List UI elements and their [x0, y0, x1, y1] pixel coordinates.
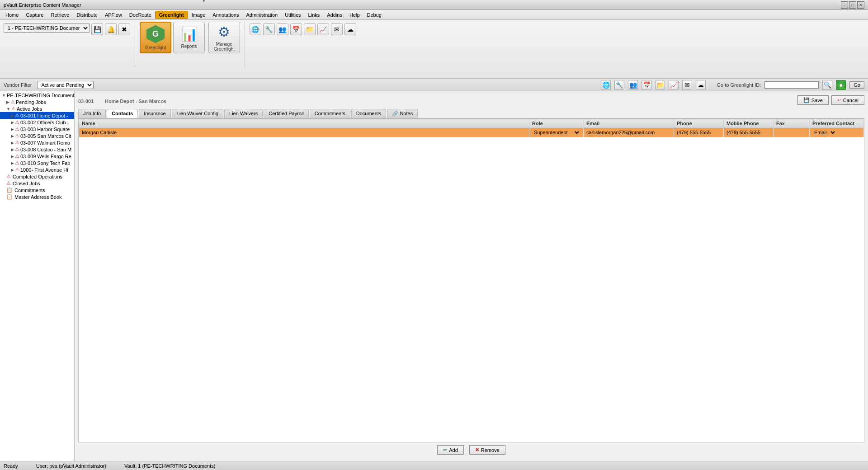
tab-bar: Job Info Contacts Insurance Lien Waiver … — [78, 109, 864, 118]
goto-button[interactable]: Go — [849, 81, 864, 89]
nav-icon-3[interactable]: 👥 — [628, 80, 638, 90]
greenlight-toolbar-button[interactable]: G Greenlight — [140, 22, 171, 53]
tab-insurance[interactable]: Insurance — [139, 109, 170, 118]
col-email: Email — [584, 119, 674, 128]
globe-btn[interactable]: 🌐 — [250, 24, 261, 35]
nav-icon-5[interactable]: 📁 — [655, 80, 665, 90]
minimize-button[interactable]: − — [841, 1, 848, 9]
contact-preferred[interactable]: Email Email Phone Mobile Fax — [810, 128, 864, 137]
save-toolbar-btn[interactable]: 💾 — [91, 24, 103, 35]
contact-mobile: (479) 555-5555 — [724, 128, 774, 137]
greenlight-btn-label: Greenlight — [145, 45, 166, 50]
menu-docroute[interactable]: DocRoute — [126, 11, 155, 19]
cancel-button[interactable]: ↩ Cancel — [831, 95, 864, 105]
sidebar-pending-label: Pending Jobs — [16, 99, 46, 105]
sidebar-item-03008[interactable]: ▶ ⚠ 03-008 Costco - San M — [0, 146, 74, 153]
sidebar-closed-label: Closed Jobs — [13, 181, 40, 186]
sidebar-item-03007[interactable]: ▶ ⚠ 03-007 Walmart Remo — [0, 139, 74, 146]
remove-button[interactable]: ✖ Remove — [469, 445, 505, 455]
goto-section: 🌐 🔧 👥 📅 📁 📈 ✉ ☁ Go to Greenlight ID: 🔍 ●… — [601, 80, 864, 90]
menu-addins[interactable]: Addins — [323, 11, 346, 19]
menu-help[interactable]: Help — [346, 11, 363, 19]
sidebar-item-master-address[interactable]: 📋 Master Address Book — [0, 193, 74, 200]
close-button[interactable]: ✕ — [857, 1, 864, 9]
reports-toolbar-button[interactable]: 📊 Reports — [173, 22, 205, 53]
nav-icon-6[interactable]: 📈 — [669, 80, 679, 90]
refresh-btn[interactable]: 🔧 — [263, 24, 275, 35]
sidebar-item-03009[interactable]: ▶ ⚠ 03-009 Wells Fargo Re — [0, 153, 74, 160]
menu-greenlight[interactable]: Greenlight — [155, 11, 188, 19]
menu-utilities[interactable]: Utilities — [281, 11, 304, 19]
tab-contacts[interactable]: Contacts — [107, 109, 138, 118]
sidebar-root[interactable]: ▼ PE-TECHWRITING Documents — [0, 92, 74, 99]
add-button[interactable]: ✏ Add — [437, 445, 464, 455]
03002-expander: ▶ — [11, 120, 14, 125]
menu-distribute[interactable]: Distribute — [73, 11, 101, 19]
menu-capture[interactable]: Capture — [22, 11, 47, 19]
preferred-select[interactable]: Email Phone Mobile Fax — [812, 129, 836, 136]
sidebar-item-03003[interactable]: ▶ ⚠ 03-003 Harbor Square — [0, 126, 74, 132]
menu-bar: Home Capture Retrieve Distribute APFlow … — [0, 10, 868, 20]
document-selector[interactable]: 1 - PE-TECHWRITING Documer — [4, 24, 90, 33]
toolbar: 1 - PE-TECHWRITING Documer 💾 🔔 ✖ G Green… — [0, 20, 868, 79]
menu-annotations[interactable]: Annotations — [209, 11, 242, 19]
03002-icon: ⚠ — [15, 119, 19, 125]
folder-btn[interactable]: 📁 — [304, 24, 316, 35]
nav-icon-8[interactable]: ☁ — [696, 80, 706, 90]
nav-icon-1[interactable]: 🌐 — [601, 80, 611, 90]
col-preferred: Preferred Contact — [810, 119, 864, 128]
goto-search-icon[interactable]: 🔍 — [822, 80, 832, 90]
chart-btn[interactable]: 📈 — [317, 24, 329, 35]
sidebar-item-03010[interactable]: ▶ ⚠ 03-010 Sony Tech Fab — [0, 160, 74, 166]
menu-retrieve[interactable]: Retrieve — [47, 11, 73, 19]
manage-greenlight-toolbar-button[interactable]: ⚙ Manage Greenlight — [208, 22, 240, 53]
tab-commitments[interactable]: Commitments — [310, 109, 350, 118]
save-button[interactable]: 💾 Save — [797, 95, 829, 105]
nav-icon-2[interactable]: 🔧 — [614, 80, 624, 90]
sidebar-item-active-jobs[interactable]: ▼ ⚠ Active Jobs — [0, 105, 74, 112]
goto-green-btn[interactable]: ● — [836, 80, 846, 90]
sidebar-item-completed-ops[interactable]: ⚠ Completed Operations — [0, 173, 74, 180]
03001-expander: ▶ — [11, 113, 14, 118]
sidebar-item-commitments[interactable]: 📋 Commitments — [0, 187, 74, 193]
calendar-btn[interactable]: 📅 — [290, 24, 302, 35]
users-btn[interactable]: 👥 — [277, 24, 288, 35]
sidebar-item-03001[interactable]: ▶ ⚠ 03-001 Home Depot - — [0, 112, 74, 119]
tab-job-info[interactable]: Job Info — [78, 109, 106, 118]
nav-icon-7[interactable]: ✉ — [682, 80, 692, 90]
menu-administration[interactable]: Administration — [242, 11, 281, 19]
contact-role[interactable]: Superintendent — [529, 128, 584, 137]
bell-toolbar-btn[interactable]: 🔔 — [105, 24, 117, 35]
menu-apflow[interactable]: APFlow — [101, 11, 126, 19]
sidebar-completed-label: Completed Operations — [13, 174, 62, 179]
contacts-table: Name Role Email Phone Mobile Phone Fax P… — [79, 119, 864, 137]
sidebar-item-03005[interactable]: ▶ ⚠ 03-005 San Marcos Cit — [0, 132, 74, 139]
tab-certified-payroll[interactable]: Certified Payroll — [264, 109, 309, 118]
content-header: 03-001 Home Depot - San Marcos 💾 Save ↩ … — [78, 95, 864, 105]
nav-icon-4[interactable]: 📅 — [642, 80, 651, 90]
tab-lien-waiver-config[interactable]: Lien Waiver Config — [172, 109, 224, 118]
menu-debug[interactable]: Debug — [363, 11, 385, 19]
role-select[interactable]: Superintendent — [532, 129, 580, 136]
close-toolbar-btn[interactable]: ✖ — [118, 24, 130, 35]
sidebar-item-closed-jobs[interactable]: ⚠ Closed Jobs — [0, 180, 74, 187]
table-header-row: Name Role Email Phone Mobile Phone Fax P… — [79, 119, 864, 128]
restore-button[interactable]: □ — [849, 1, 856, 9]
mail-btn[interactable]: ✉ — [331, 24, 343, 35]
tab-notes[interactable]: 🔗 Notes — [387, 109, 418, 118]
sidebar-item-pending-jobs[interactable]: ▶ ⚠ Pending Jobs — [0, 99, 74, 105]
menu-home[interactable]: Home — [2, 11, 22, 19]
vendor-filter-select[interactable]: Active and Pending Active Pending All — [37, 81, 94, 89]
cloud-btn[interactable]: ☁ — [344, 24, 356, 35]
tab-documents[interactable]: Documents — [351, 109, 387, 118]
remove-label: Remove — [481, 447, 500, 453]
sidebar-item-1000[interactable]: ▶ ⚠ 1000- First Avenue Hi — [0, 166, 74, 173]
tab-lien-waivers[interactable]: Lien Waivers — [224, 109, 263, 118]
job-number: 03-001 — [78, 99, 94, 104]
goto-input[interactable] — [764, 81, 819, 89]
sidebar-item-03002[interactable]: ▶ ⚠ 03-002 Officers Club - — [0, 119, 74, 126]
table-row[interactable]: Morgan Carlisle Superintendent carlislem… — [79, 128, 864, 137]
03009-expander: ▶ — [11, 154, 14, 159]
menu-image[interactable]: Image — [188, 11, 209, 19]
menu-links[interactable]: Links — [305, 11, 324, 19]
